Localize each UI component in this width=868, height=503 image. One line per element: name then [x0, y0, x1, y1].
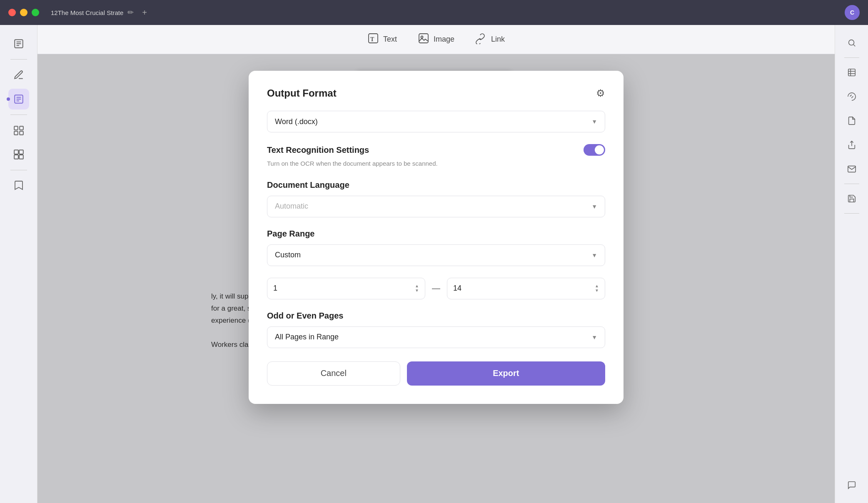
- titlebar: 12The Most Crucial Strate ✏ + C: [0, 0, 868, 25]
- sidebar-divider-2: [10, 115, 27, 115]
- app-body: T Text Image Link: [0, 25, 868, 503]
- right-fingerprint-icon[interactable]: [842, 87, 861, 106]
- toggle-knob: [595, 145, 604, 154]
- svg-rect-12: [14, 150, 18, 154]
- page-from-down[interactable]: ▼: [415, 289, 419, 293]
- page-from-value: 1: [273, 284, 277, 293]
- tab-title: 12The Most Crucial Strate ✏: [51, 8, 134, 17]
- toolbar-image[interactable]: Image: [418, 32, 454, 46]
- odd-even-label: Odd or Even Pages: [267, 311, 605, 321]
- output-format-value: Word (.docx): [275, 117, 318, 126]
- page-to-up[interactable]: ▲: [595, 284, 599, 288]
- sidebar-item-tools[interactable]: [8, 144, 29, 165]
- output-format-dropdown[interactable]: Word (.docx) ▼: [267, 111, 605, 132]
- toolbar-link[interactable]: Link: [475, 32, 505, 46]
- right-mail-icon[interactable]: [842, 159, 861, 179]
- right-page-icon[interactable]: [842, 111, 861, 130]
- sidebar-divider-3: [10, 170, 27, 170]
- svg-rect-11: [20, 131, 23, 135]
- toolbar-text[interactable]: T Text: [367, 32, 397, 46]
- svg-rect-14: [14, 155, 18, 159]
- right-search-icon[interactable]: [842, 33, 861, 52]
- sidebar-item-edit[interactable]: [8, 65, 29, 85]
- export-modal: Output Format ⚙ Word (.docx) ▼ Text Reco…: [249, 71, 624, 404]
- doc-language-dropdown[interactable]: Automatic ▼: [267, 196, 605, 217]
- page-to-value: 14: [453, 284, 461, 293]
- close-button[interactable]: [8, 9, 16, 16]
- sidebar-item-pages[interactable]: [8, 33, 29, 54]
- right-save-icon[interactable]: [842, 189, 861, 208]
- minimize-button[interactable]: [20, 9, 27, 16]
- settings-gear-icon[interactable]: ⚙: [596, 87, 605, 99]
- svg-rect-15: [19, 155, 23, 159]
- modal-buttons: Cancel Export: [267, 361, 605, 386]
- svg-text:T: T: [370, 36, 374, 42]
- toolbar: T Text Image Link: [37, 25, 835, 54]
- add-tab-button[interactable]: +: [142, 8, 147, 17]
- right-comment-icon[interactable]: [842, 476, 861, 495]
- page-range-inputs: 1 ▲ ▼ — 14 ▲ ▼: [267, 278, 605, 299]
- sidebar-item-annotate[interactable]: [8, 89, 29, 110]
- tab-title-text: 12The Most Crucial Strate: [51, 9, 123, 16]
- odd-even-dropdown[interactable]: All Pages in Range ▼: [267, 326, 605, 348]
- dropdown-arrow-icon: ▼: [591, 118, 597, 125]
- sidebar-item-bookmark[interactable]: [8, 175, 29, 196]
- page-from-up[interactable]: ▲: [415, 284, 419, 288]
- svg-rect-10: [14, 131, 18, 135]
- ocr-section: Text Recognition Settings Turn on the OC…: [267, 144, 605, 169]
- odd-even-arrow-icon: ▼: [591, 334, 597, 341]
- right-share-icon[interactable]: [842, 135, 861, 154]
- sidebar-divider-1: [10, 59, 27, 60]
- right-divider-3: [844, 213, 859, 214]
- ocr-description: Turn on the OCR when the document appear…: [267, 159, 605, 169]
- modal-title: Output Format: [267, 87, 337, 99]
- image-tool-label: Image: [434, 35, 454, 44]
- document-area: UPDF The Most Crucial Strategy for Banks…: [37, 54, 835, 503]
- right-divider-1: [844, 57, 859, 58]
- left-sidebar: [0, 25, 37, 503]
- ocr-title: Text Recognition Settings: [267, 145, 369, 155]
- svg-line-30: [853, 45, 855, 46]
- page-to-stepper[interactable]: ▲ ▼: [595, 284, 599, 293]
- page-from-stepper[interactable]: ▲ ▼: [415, 284, 419, 293]
- doc-language-label: Document Language: [267, 180, 605, 190]
- page-range-dropdown[interactable]: Custom ▼: [267, 244, 605, 266]
- link-tool-icon: [475, 32, 487, 46]
- svg-rect-9: [20, 126, 23, 130]
- ocr-toggle[interactable]: [584, 144, 605, 156]
- image-tool-icon: [418, 32, 429, 46]
- avatar: C: [845, 5, 860, 20]
- right-ocr-icon[interactable]: [842, 63, 861, 82]
- odd-even-value: All Pages in Range: [275, 333, 339, 341]
- page-from-input[interactable]: 1 ▲ ▼: [267, 278, 425, 299]
- doc-language-value: Automatic: [275, 202, 308, 211]
- export-button[interactable]: Export: [407, 361, 605, 386]
- sidebar-item-organize[interactable]: [8, 120, 29, 141]
- edit-icon[interactable]: ✏: [127, 8, 134, 17]
- doc-language-arrow-icon: ▼: [591, 203, 597, 210]
- link-tool-label: Link: [491, 35, 505, 44]
- svg-rect-13: [19, 150, 23, 154]
- svg-rect-8: [14, 126, 18, 130]
- main-content: T Text Image Link: [37, 25, 835, 503]
- svg-rect-18: [419, 34, 428, 43]
- range-dash: —: [430, 284, 442, 293]
- text-tool-label: Text: [383, 35, 397, 44]
- right-divider-2: [844, 184, 859, 184]
- fullscreen-button[interactable]: [32, 9, 39, 16]
- svg-rect-31: [848, 69, 855, 76]
- traffic-lights: [8, 9, 39, 16]
- modal-header: Output Format ⚙: [267, 87, 605, 99]
- svg-point-29: [848, 40, 854, 45]
- page-to-input[interactable]: 14 ▲ ▼: [447, 278, 605, 299]
- ocr-header: Text Recognition Settings: [267, 144, 605, 156]
- page-range-value: Custom: [275, 251, 301, 259]
- page-to-down[interactable]: ▼: [595, 289, 599, 293]
- right-sidebar: [835, 25, 868, 503]
- text-tool-icon: T: [367, 32, 379, 46]
- modal-overlay: Output Format ⚙ Word (.docx) ▼ Text Reco…: [37, 54, 835, 503]
- cancel-button[interactable]: Cancel: [267, 361, 400, 386]
- page-range-label: Page Range: [267, 229, 605, 239]
- page-range-arrow-icon: ▼: [591, 252, 597, 259]
